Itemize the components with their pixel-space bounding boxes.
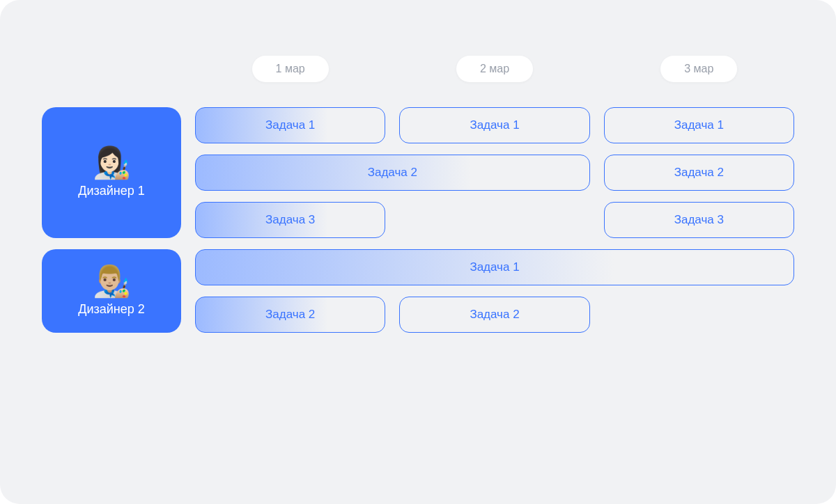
task-bar[interactable]: Задача 2 (604, 155, 794, 191)
header-spacer (42, 56, 181, 96)
task-bar[interactable]: Задача 3 (604, 202, 794, 238)
date-pill: 3 мар (660, 56, 737, 82)
task-bar[interactable]: Задача 1 (604, 107, 794, 143)
task-bar[interactable]: Задача 1 (399, 107, 589, 143)
task-bar[interactable]: Задача 2 (399, 297, 589, 333)
task-bar[interactable]: Задача 3 (195, 202, 385, 238)
schedule-canvas: 1 мар 2 мар 3 мар 👩🏻‍🎨 Дизайнер 1 Задача… (0, 0, 836, 504)
tasks-designer-1: Задача 1 Задача 1 Задача 1 Задача 2 Зада… (195, 107, 794, 238)
schedule-grid: 1 мар 2 мар 3 мар 👩🏻‍🎨 Дизайнер 1 Задача… (42, 56, 794, 333)
date-pill: 2 мар (456, 56, 533, 82)
task-bar[interactable]: Задача 2 (195, 155, 590, 191)
designer-card-2: 👨🏼‍🎨 Дизайнер 2 (42, 249, 181, 333)
tasks-designer-2: Задача 1 Задача 2 Задача 2 (195, 249, 794, 333)
task-bar[interactable]: Задача 1 (195, 107, 385, 143)
designer-name: Дизайнер 1 (78, 184, 145, 198)
artist-emoji-icon: 👩🏻‍🎨 (93, 148, 131, 178)
task-bar[interactable]: Задача 2 (195, 297, 385, 333)
designer-card-1: 👩🏻‍🎨 Дизайнер 1 (42, 107, 181, 238)
designer-name: Дизайнер 2 (78, 302, 145, 317)
date-header-1: 1 мар (195, 56, 385, 96)
task-bar[interactable]: Задача 1 (195, 249, 794, 285)
date-header-2: 2 мар (399, 56, 589, 96)
date-pill: 1 мар (252, 56, 329, 82)
date-header-3: 3 мар (604, 56, 794, 96)
artist-emoji-icon: 👨🏼‍🎨 (93, 266, 131, 297)
